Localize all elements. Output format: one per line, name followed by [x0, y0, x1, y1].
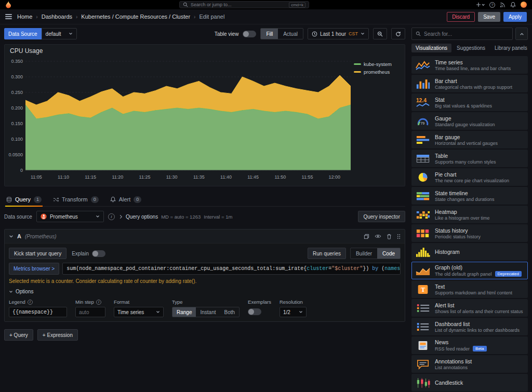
query-options-expander[interactable]: Query options MD = auto = 1263 Interval … — [119, 214, 233, 220]
type-option-instant[interactable]: Instant — [196, 307, 220, 317]
viz-item-dashboard-list[interactable]: Dashboard list List of dynamic links to … — [411, 318, 528, 335]
explain-toggle[interactable] — [92, 250, 105, 257]
viz-item-news[interactable]: News RSS feed reader Beta — [411, 336, 528, 354]
zoom-out-button[interactable] — [373, 28, 387, 39]
viz-item-gauge[interactable]: 79 Gauge Standard gauge visualization — [411, 112, 528, 130]
tab-suggestions[interactable]: Suggestions — [453, 44, 489, 52]
global-search[interactable]: cmd+k — [179, 1, 309, 8]
info-icon[interactable]: i — [96, 300, 101, 305]
fill-button[interactable]: Fill — [261, 29, 278, 39]
viz-item-bar-chart[interactable]: Bar chart Categorical charts with group … — [411, 75, 528, 92]
viz-item-histogram[interactable]: Histogram — [411, 243, 528, 261]
metrics-browser-button[interactable]: Metrics browser > — [9, 263, 59, 275]
query-options-interval: Interval = 1m — [204, 214, 232, 220]
svg-text:11:05: 11:05 — [31, 174, 42, 180]
kickstart-query-button[interactable]: Kick start your query — [9, 248, 66, 259]
svg-text:12:00: 12:00 — [328, 174, 340, 180]
discard-button[interactable]: Discard — [447, 12, 475, 22]
query-header[interactable]: A (Prometheus) — [5, 229, 405, 243]
svg-text:11:50: 11:50 — [274, 174, 286, 180]
cpu-usage-chart[interactable]: 00.05000.1000.1500.2000.2500.3000.35011:… — [8, 57, 354, 185]
viz-title: State timeline — [435, 190, 524, 196]
tab-query[interactable]: Query 1 — [5, 193, 43, 206]
viz-search-input[interactable] — [424, 31, 509, 37]
help-icon[interactable]: ? — [489, 2, 495, 8]
options-expander[interactable]: Options — [9, 289, 401, 294]
expression-segment: by — [372, 266, 381, 272]
info-icon[interactable]: i — [108, 213, 115, 220]
code-mode-button[interactable]: Code — [377, 248, 400, 259]
signal-icon[interactable] — [500, 2, 506, 8]
info-icon[interactable]: i — [28, 300, 33, 305]
breadcrumb-item[interactable]: Kubernetes / Compute Resources / Cluster — [81, 13, 190, 20]
expression-segment: sum(node_namespace_pod_container:contain… — [66, 266, 307, 272]
breadcrumb-item[interactable]: Dashboards — [42, 13, 72, 20]
chevron-down-icon — [156, 310, 160, 314]
viz-item-annotations-list[interactable]: Annotations list List annotations — [411, 355, 528, 373]
bell-icon[interactable] — [510, 2, 516, 8]
breadcrumb-item[interactable]: Home — [17, 13, 32, 20]
viz-search[interactable] — [411, 28, 513, 40]
global-search-input[interactable] — [191, 2, 286, 7]
tab-visualizations[interactable]: Visualizations — [411, 44, 451, 52]
viz-item-state-timeline[interactable]: State timeline State changes and duratio… — [411, 187, 528, 205]
viz-item-alert-list[interactable]: Alert list Shows list of alerts and thei… — [411, 299, 528, 317]
save-button[interactable]: Save — [478, 12, 500, 22]
viz-item-heatmap[interactable]: Heatmap Like a histogram over time — [411, 206, 528, 223]
viz-title: Stat — [435, 97, 524, 103]
viz-item-text[interactable]: T Text Supports markdown and html conten… — [411, 280, 528, 298]
viz-item-table[interactable]: Table Supports many column styles — [411, 150, 528, 167]
svg-text:11:25: 11:25 — [139, 174, 151, 180]
datasource-picker[interactable]: default — [42, 28, 77, 39]
type-option-range[interactable]: Range — [172, 307, 196, 317]
format-field-label: Format — [114, 299, 164, 305]
viz-item-stat[interactable]: 12.4 Stat Big stat values & sparklines — [411, 93, 528, 111]
bell-icon — [110, 196, 116, 202]
delete-query-trash-icon[interactable] — [387, 234, 392, 239]
refresh-button[interactable] — [391, 28, 405, 39]
type-option-both[interactable]: Both — [220, 307, 240, 317]
viz-item-bar-gauge[interactable]: Bar gauge Horizontal and vertical gauges — [411, 131, 528, 148]
tab-transform[interactable]: Transform 0 — [52, 193, 100, 206]
datasource-badge: Data Source — [4, 28, 42, 39]
viz-item-status-history[interactable]: Status history Periodic status history — [411, 224, 528, 242]
datasource-select[interactable]: Prometheus — [36, 211, 104, 222]
builder-mode-button[interactable]: Builder — [351, 248, 377, 259]
tab-library-panels[interactable]: Library panels — [490, 44, 531, 52]
time-series-icon — [415, 60, 431, 71]
table-view-toggle[interactable] — [243, 31, 256, 37]
apply-button[interactable]: Apply — [503, 12, 527, 22]
resolution-select[interactable]: 1/2 — [280, 307, 307, 317]
legend-item-kube-system[interactable]: kube-system — [354, 61, 396, 67]
duplicate-query-icon[interactable] — [364, 234, 369, 239]
run-queries-button[interactable]: Run queries — [308, 248, 346, 259]
database-icon — [6, 197, 12, 202]
grafana-logo[interactable] — [5, 1, 12, 8]
legend-label: prometheus — [364, 69, 390, 75]
svg-text:11:40: 11:40 — [220, 174, 232, 180]
query-inspector-button[interactable]: Query inspector — [358, 211, 405, 222]
viz-item-candlestick[interactable]: Candlestick — [411, 374, 528, 391]
avatar[interactable] — [521, 2, 527, 8]
viz-item-graph-old[interactable]: Graph (old) The old default graph panel … — [411, 262, 528, 279]
legend-input[interactable] — [9, 307, 67, 317]
drag-handle-icon[interactable] — [397, 234, 401, 239]
add-expression-button[interactable]: + Expression — [37, 329, 78, 341]
legend-item-prometheus[interactable]: prometheus — [354, 69, 396, 75]
time-range-picker[interactable]: Last 1 hour CST — [308, 28, 369, 39]
timezone-label: CST — [349, 31, 358, 36]
add-new-icon[interactable] — [476, 2, 485, 7]
add-query-button[interactable]: + Query — [4, 329, 33, 341]
collapse-sidebar-button[interactable] — [515, 28, 528, 40]
hide-query-eye-icon[interactable] — [375, 234, 381, 239]
panel-title[interactable]: CPU Usage — [5, 45, 405, 57]
exemplars-toggle[interactable] — [248, 308, 261, 315]
actual-button[interactable]: Actual — [278, 29, 303, 39]
tab-alert[interactable]: Alert 0 — [109, 193, 143, 206]
format-select[interactable]: Time series — [114, 307, 164, 317]
promql-expression-input[interactable]: sum(node_namespace_pod_container:contain… — [62, 263, 401, 275]
min-step-input[interactable] — [75, 307, 105, 317]
viz-item-pie-chart[interactable]: Pie chart The new core pie chart visuali… — [411, 168, 528, 186]
menu-icon[interactable] — [5, 14, 12, 19]
viz-item-time-series[interactable]: Time series Time based line, area and ba… — [411, 56, 528, 74]
